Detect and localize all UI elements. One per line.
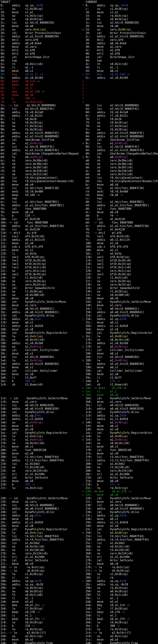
asm-row: f4: jal func_80A87800 d8: jal func_80A87… xyxy=(0,207,158,210)
asm-row: 2c4: b 310 ~> 2bc: b 308 ~> xyxy=(0,624,158,628)
asm-row: a8: sw a1,0x44(sp) s 8c: sw a1,0x40(sp) xyxy=(0,142,158,145)
asm-row: 208: lui t3,%hi(func_80A87F44) 1f8: lui … xyxy=(0,455,158,459)
asm-row: 150: jal Actor_SpawnAsChild 134: jal Act… xyxy=(0,286,158,290)
asm-row: 250: move a2,s0 248: move a2,s0 xyxy=(0,524,158,528)
asm-row: 234: move a1,zero 22c: move a1,zero xyxy=(0,500,158,504)
asm-row: 148: sw zero,0x28(sp) 12c: sw zero,0x28(… xyxy=(0,280,158,283)
asm-row: 200: jal func_8003ECA8 1f0: jal func_800… xyxy=(0,448,158,452)
asm-row: 38: move a2,zero 38: move a2,zero xyxy=(0,45,158,48)
asm-row: 40: mfc1 a3,$f0 40: mfc1 a3,$f0 xyxy=(0,52,158,56)
asm-row: 280: ~> lw ra,0x3c(sp) 278: ~> lw ra,0x3… xyxy=(0,566,158,569)
asm-row: 1b0: jal Collider_SetCylinder 194: jal C… xyxy=(0,369,158,372)
asm-row: 19c: move a0,s1 180: move a0,s1 xyxy=(0,352,158,356)
asm-row: 198: jal Collider_InitCylinder 17c: jal … xyxy=(0,348,158,352)
asm-row: 50: li at,-1 50: li at,-1 xyxy=(0,66,158,69)
asm-row: 238: lui a0,%hi(D_0600BA8C) 230: lui a0,… xyxy=(0,504,158,507)
asm-row: 16c: addiu a0,a0,%lo(D_06000A1C) 150: ad… xyxy=(0,310,158,314)
asm-row: 2a0: lh v0,0x1c(a0) 298: lh v0,0x1c(a0) xyxy=(0,593,158,597)
asm-row: 100: lui at,0x4120 e4: lui at,0x4120 xyxy=(0,218,158,221)
asm-row: d8: move a0,s0 bc: move a0,s0 xyxy=(0,183,158,186)
asm-row: e8: nop cc: nop xyxy=(0,197,158,200)
asm-row: 294: addiu sp,sp,-0x18 28c: addiu sp,sp,… xyxy=(0,583,158,586)
asm-row: 14c: sw zero,0x24(sp) 130: sw zero,0x24(… xyxy=(0,283,158,286)
asm-row: 5c: addiu a1,s0,0x164 5c: addiu a1,s0,0x… xyxy=(0,76,158,80)
asm-row: 218: sw zero,0x134(s0) 208: sw zero,0x13… xyxy=(0,469,158,472)
asm-row: 244: addiu a1,sp,0x4c i 23c: addiu a1,sp… xyxy=(0,514,158,518)
asm-row: 1d0: addiu a0,a0,%lo(D_06001830) 1c0: ad… xyxy=(0,407,158,410)
asm-row: 24c: addiu a1,s1,0x810 244: addiu a1,s1,… xyxy=(0,521,158,524)
asm-row: 274: ori a1,a1,0x2d0e 26c: ori a1,a1,0x2… xyxy=(0,555,158,559)
column-headers: TARGETCURRENT xyxy=(0,0,158,4)
asm-row: 240: jal DynaPolyInfo_Alloc 238: jal Dyn… xyxy=(0,510,158,514)
asm-row: 270: sw zero,0x134(s0) 268: sw zero,0x13… xyxy=(0,552,158,555)
asm-row: 28: jal Actor_ProcessInitChain 28: jal A… xyxy=(0,32,158,35)
asm-row: 20c: addiu t3,t3,%lo(func_80A87F44) 1fc:… xyxy=(0,459,158,462)
asm-row: c8: sb zero,0x310(s0) ac: sb zero,0x310(… xyxy=(0,169,158,173)
asm-row: 2a4: li at,-1 29c: li at,-1 xyxy=(0,597,158,600)
asm-row: 1dc: addiu a1,s1,0x810 1cc: addiu a1,s1,… xyxy=(0,418,158,421)
asm-row: 2d4: move a0,a3 2cc: move a0,a3 xyxy=(0,638,158,642)
asm-row: 1c4: ~> jal DynaPolyInfo_SetActorMove 1b… xyxy=(0,397,158,400)
asm-diff-terminal: TARGETCURRENT 8: addiu sp,sp,-0x58 i 8: … xyxy=(0,0,158,644)
asm-row: 2c: addiu a1,a1,%lo(D_80A88CE0) 2c: addi… xyxy=(0,35,158,38)
asm-row: 1f4: lw a1,0x44(sp) s 1e4: lw a1,0x40(sp… xyxy=(0,438,158,442)
asm-row: 13c: sw zero,0x1c(sp) 120: sw zero,0x1c(… xyxy=(0,269,158,273)
asm-row: 180: move a2,s0 164: move a2,s0 xyxy=(0,328,158,331)
asm-row: 14: sw ra,0x3c(sp) 14: sw ra,0x3c(sp) xyxy=(0,14,158,18)
asm-row: 54: move a0,s1 54: move a0,s1 xyxy=(0,69,158,73)
asm-row: 4c: lh v0,0x1c(s0) 4c: lh v0,0x1c(s0) xyxy=(0,62,158,66)
asm-row: 34: addiu a0,s0,0xb4 34: addiu a0,s0,0xb… xyxy=(0,42,158,45)
asm-row: 278: jal Actor_SetScale 270: jal Actor_S… xyxy=(0,559,158,562)
asm-row: 1e4: move a0,s1 1d4: move a0,s1 xyxy=(0,424,158,428)
asm-row: 1bc: b 280 ~> i 1a0: b 278 ~> xyxy=(0,380,158,383)
asm-row: 230: ~> jal DynaPolyInfo_SetActorMove 22… xyxy=(0,497,158,500)
asm-row: > 1a8: ~> bnez v0,220 ~> xyxy=(0,386,158,390)
asm-row: 2ac: beq v0,at,2cc ~> 2a4: beq v0,at,2c4… xyxy=(0,604,158,607)
asm-row: 174: addiu a1,sp,0x4c i 158: addiu a1,sp… xyxy=(0,318,158,321)
asm-row: 3c: mfc1 a1,$f0 3c: mfc1 a1,$f0 xyxy=(0,48,158,52)
asm-row: 1b8: li t2,0xff 19c: li t2,0xff xyxy=(0,376,158,380)
asm-row: cc: sb zero,0x311(s0) b0: sb zero,0x311(… xyxy=(0,173,158,176)
asm-row: ac: lui a1,%hi(D_06001F4C) 90: lui a1,%h… xyxy=(0,145,158,148)
asm-row: f0: addiu a1,a1,%lo(func_80A87BEC) d4: a… xyxy=(0,204,158,207)
asm-row: 8: addiu sp,sp,-0x58 i 8: addiu sp,sp,-0… xyxy=(0,4,158,7)
asm-row: 1c8: move a1,zero 1b8: move a1,zero xyxy=(0,400,158,404)
asm-row: b0: addiu a1,a1,%lo(D_06001F4C) 94: addi… xyxy=(0,148,158,152)
asm-row: 154: sw t1,0x20(sp) 138: sw t1,0x20(sp) xyxy=(0,290,158,293)
asm-row: 1f8: sw v0,0x14c(s0) 1e8: sw v0,0x14c(s0… xyxy=(0,442,158,445)
asm-row: 190: addiu a1,s0,0x2b0 174: addiu a1,s0,… xyxy=(0,342,158,345)
asm-row: 24: sw zero,0x4c(sp) s 24: sw zero,0x48(… xyxy=(0,28,158,32)
asm-row: 114: lwc1 $f4,0x24(s0) f8: lwc1 $f4,0x24… xyxy=(0,235,158,238)
asm-row: 17c: addiu a1,s1,0x810 160: addiu a1,s1,… xyxy=(0,324,158,328)
asm-row: 140: swc1 $f16,0x18(sp) 124: swc1 $f16,0… xyxy=(0,273,158,276)
current-column-header: CURRENT xyxy=(86,0,97,4)
diff-output: 8: addiu sp,sp,-0x58 i 8: addiu sp,sp,-0… xyxy=(0,4,158,644)
asm-row: 108: addiu a1,a1,%lo(func_80A87C30) ec: … xyxy=(0,224,158,228)
asm-row: > 1ac: li at,1 xyxy=(0,390,158,393)
asm-row: ec: lui a1,%hi(func_80A87BEC) d0: lui a1… xyxy=(0,200,158,204)
asm-row: 258: lw a3,0x4c(sp) s 250: lw a3,0x48(sp… xyxy=(0,531,158,534)
asm-row: 224: move a0,s0 214: move a0,s0 xyxy=(0,480,158,483)
asm-row: 18: sw s0,0x34(sp) 18: sw s0,0x34(sp) xyxy=(0,18,158,21)
asm-row: > 1b0: move a0,s0 xyxy=(0,393,158,397)
asm-row: 1a8: addiu a3,a3,%lo(D_80A88CB4) 18c: ad… xyxy=(0,362,158,366)
asm-row: 184: jal DynaPolyInfo_RegisterActor 168:… xyxy=(0,331,158,335)
asm-row: 98: sw t6,0x10(sp) 7c: sw t6,0x10(sp) xyxy=(0,128,158,131)
asm-row: 128: li a3,0x5a 10c: li a3,0x5a xyxy=(0,252,158,256)
asm-row: fc: b 110 ~> e0: b f4 ~> xyxy=(0,214,158,218)
asm-row: c4: sb zero,0x30f(s0) a8: sb zero,0x30f(… xyxy=(0,166,158,169)
asm-row: 88: addiu t7,s0,0x22c 6c: addiu t7,s0,0x… xyxy=(0,114,158,118)
asm-row: c: sw s1,0x38(sp) c: sw s1,0x38(sp) xyxy=(0,7,158,11)
asm-row: > 224: move a0,s0 xyxy=(0,493,158,497)
asm-row: 268: sw v0,0x14c(s0) 260: sw v0,0x14c(s0… xyxy=(0,545,158,548)
asm-row: 194: sw a1,0x44(sp) s 178: sw a1,0x40(sp… xyxy=(0,345,158,348)
asm-row: 6c: beq v0,at,230 ~> < xyxy=(0,90,158,94)
asm-row: 2c0: lw t8,0x18(sp) 2b8: lw t8,0x18(sp) xyxy=(0,621,158,624)
asm-row: 27c: move a0,s0 274: move a0,s0 xyxy=(0,562,158,566)
asm-row: 9c: addiu a3,a3,%lo(D_06001F4C) 80: addi… xyxy=(0,131,158,135)
asm-row: > 220: ~> bne v0,at,278 ~> xyxy=(0,490,158,493)
asm-row: f8: move a0,s0 dc: move a0,s0 xyxy=(0,210,158,214)
asm-row: 68: li at,1 < xyxy=(0,86,158,90)
asm-row: 2a8: move a3,a1 2a0: move a3,a1 xyxy=(0,600,158,604)
asm-row: 260: addiu t4,t4,%lo(func_80A87F44) 258:… xyxy=(0,538,158,542)
